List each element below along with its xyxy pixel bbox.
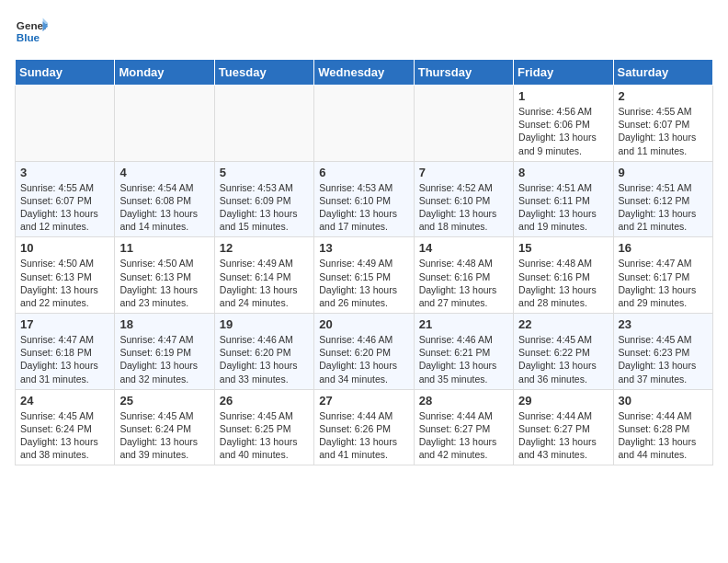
day-cell xyxy=(414,86,513,162)
day-cell: 5Sunrise: 4:53 AM Sunset: 6:09 PM Daylig… xyxy=(214,161,313,237)
day-info: Sunrise: 4:46 AM Sunset: 6:20 PM Dayligh… xyxy=(319,333,408,385)
day-number: 1 xyxy=(518,89,608,103)
day-info: Sunrise: 4:45 AM Sunset: 6:22 PM Dayligh… xyxy=(518,333,608,385)
day-info: Sunrise: 4:45 AM Sunset: 6:24 PM Dayligh… xyxy=(119,409,209,462)
header-cell-thursday: Thursday xyxy=(414,60,513,86)
day-info: Sunrise: 4:53 AM Sunset: 6:10 PM Dayligh… xyxy=(319,181,408,234)
day-number: 13 xyxy=(319,241,408,255)
day-cell: 15Sunrise: 4:48 AM Sunset: 6:16 PM Dayli… xyxy=(514,237,613,314)
day-number: 14 xyxy=(419,241,508,255)
week-row-5: 24Sunrise: 4:45 AM Sunset: 6:24 PM Dayli… xyxy=(16,389,713,465)
day-cell: 21Sunrise: 4:46 AM Sunset: 6:21 PM Dayli… xyxy=(414,314,513,390)
day-cell: 2Sunrise: 4:55 AM Sunset: 6:07 PM Daylig… xyxy=(613,86,712,162)
day-cell: 28Sunrise: 4:44 AM Sunset: 6:27 PM Dayli… xyxy=(414,389,513,465)
day-number: 16 xyxy=(619,241,708,255)
day-info: Sunrise: 4:47 AM Sunset: 6:19 PM Dayligh… xyxy=(119,333,209,385)
day-info: Sunrise: 4:45 AM Sunset: 6:25 PM Dayligh… xyxy=(220,409,309,462)
day-number: 9 xyxy=(619,166,708,179)
day-cell: 19Sunrise: 4:46 AM Sunset: 6:20 PM Dayli… xyxy=(214,314,313,390)
day-cell: 6Sunrise: 4:53 AM Sunset: 6:10 PM Daylig… xyxy=(314,161,414,237)
day-number: 4 xyxy=(119,166,209,179)
week-row-3: 10Sunrise: 4:50 AM Sunset: 6:13 PM Dayli… xyxy=(16,237,713,314)
header-cell-monday: Monday xyxy=(115,60,214,86)
day-info: Sunrise: 4:44 AM Sunset: 6:26 PM Dayligh… xyxy=(319,409,408,462)
week-row-4: 17Sunrise: 4:47 AM Sunset: 6:18 PM Dayli… xyxy=(16,314,713,390)
day-cell: 13Sunrise: 4:49 AM Sunset: 6:15 PM Dayli… xyxy=(314,237,414,314)
logo-icon: General Blue xyxy=(15,15,48,48)
day-cell: 25Sunrise: 4:45 AM Sunset: 6:24 PM Dayli… xyxy=(115,389,214,465)
header-cell-tuesday: Tuesday xyxy=(214,60,313,86)
day-info: Sunrise: 4:50 AM Sunset: 6:13 PM Dayligh… xyxy=(119,257,209,309)
day-info: Sunrise: 4:48 AM Sunset: 6:16 PM Dayligh… xyxy=(419,257,508,309)
day-cell: 17Sunrise: 4:47 AM Sunset: 6:18 PM Dayli… xyxy=(16,314,115,390)
day-number: 22 xyxy=(518,317,608,331)
day-number: 27 xyxy=(319,394,408,408)
day-number: 8 xyxy=(518,166,608,179)
day-cell: 22Sunrise: 4:45 AM Sunset: 6:22 PM Dayli… xyxy=(514,314,613,390)
day-info: Sunrise: 4:44 AM Sunset: 6:28 PM Dayligh… xyxy=(619,409,708,462)
day-number: 29 xyxy=(518,394,608,408)
day-cell: 8Sunrise: 4:51 AM Sunset: 6:11 PM Daylig… xyxy=(514,161,613,237)
day-number: 2 xyxy=(619,89,708,103)
day-number: 15 xyxy=(518,241,608,255)
day-cell xyxy=(314,86,414,162)
day-cell: 16Sunrise: 4:47 AM Sunset: 6:17 PM Dayli… xyxy=(613,237,712,314)
header-cell-saturday: Saturday xyxy=(613,60,712,86)
day-number: 26 xyxy=(220,394,309,408)
day-info: Sunrise: 4:51 AM Sunset: 6:12 PM Dayligh… xyxy=(619,181,708,234)
day-number: 18 xyxy=(119,317,209,331)
day-cell: 10Sunrise: 4:50 AM Sunset: 6:13 PM Dayli… xyxy=(16,237,115,314)
day-cell xyxy=(214,86,313,162)
day-number: 23 xyxy=(619,317,708,331)
header-cell-wednesday: Wednesday xyxy=(314,60,414,86)
day-number: 12 xyxy=(220,241,309,255)
day-cell: 23Sunrise: 4:45 AM Sunset: 6:23 PM Dayli… xyxy=(613,314,712,390)
day-cell: 3Sunrise: 4:55 AM Sunset: 6:07 PM Daylig… xyxy=(16,161,115,237)
day-info: Sunrise: 4:45 AM Sunset: 6:23 PM Dayligh… xyxy=(619,333,708,385)
day-cell: 14Sunrise: 4:48 AM Sunset: 6:16 PM Dayli… xyxy=(414,237,513,314)
day-info: Sunrise: 4:49 AM Sunset: 6:15 PM Dayligh… xyxy=(319,257,408,309)
day-info: Sunrise: 4:47 AM Sunset: 6:17 PM Dayligh… xyxy=(619,257,708,309)
week-row-2: 3Sunrise: 4:55 AM Sunset: 6:07 PM Daylig… xyxy=(16,161,713,237)
day-info: Sunrise: 4:48 AM Sunset: 6:16 PM Dayligh… xyxy=(518,257,608,309)
day-number: 30 xyxy=(619,394,708,408)
day-cell: 20Sunrise: 4:46 AM Sunset: 6:20 PM Dayli… xyxy=(314,314,414,390)
day-cell: 24Sunrise: 4:45 AM Sunset: 6:24 PM Dayli… xyxy=(16,389,115,465)
day-info: Sunrise: 4:55 AM Sunset: 6:07 PM Dayligh… xyxy=(20,181,109,234)
day-number: 10 xyxy=(20,241,109,255)
day-number: 3 xyxy=(20,166,109,179)
day-info: Sunrise: 4:51 AM Sunset: 6:11 PM Dayligh… xyxy=(518,181,608,234)
day-info: Sunrise: 4:49 AM Sunset: 6:14 PM Dayligh… xyxy=(220,257,309,309)
svg-text:Blue: Blue xyxy=(17,31,40,43)
day-number: 19 xyxy=(220,317,309,331)
day-number: 21 xyxy=(419,317,508,331)
day-info: Sunrise: 4:46 AM Sunset: 6:20 PM Dayligh… xyxy=(220,333,309,385)
day-info: Sunrise: 4:54 AM Sunset: 6:08 PM Dayligh… xyxy=(119,181,209,234)
day-info: Sunrise: 4:44 AM Sunset: 6:27 PM Dayligh… xyxy=(419,409,508,462)
day-info: Sunrise: 4:50 AM Sunset: 6:13 PM Dayligh… xyxy=(20,257,109,309)
calendar-table: SundayMondayTuesdayWednesdayThursdayFrid… xyxy=(15,59,713,465)
day-cell: 4Sunrise: 4:54 AM Sunset: 6:08 PM Daylig… xyxy=(115,161,214,237)
day-cell: 12Sunrise: 4:49 AM Sunset: 6:14 PM Dayli… xyxy=(214,237,313,314)
header-cell-friday: Friday xyxy=(514,60,613,86)
day-cell: 30Sunrise: 4:44 AM Sunset: 6:28 PM Dayli… xyxy=(613,389,712,465)
day-cell: 29Sunrise: 4:44 AM Sunset: 6:27 PM Dayli… xyxy=(514,389,613,465)
day-info: Sunrise: 4:53 AM Sunset: 6:09 PM Dayligh… xyxy=(220,181,309,234)
day-number: 11 xyxy=(119,241,209,255)
day-info: Sunrise: 4:45 AM Sunset: 6:24 PM Dayligh… xyxy=(20,409,109,462)
day-info: Sunrise: 4:56 AM Sunset: 6:06 PM Dayligh… xyxy=(518,105,608,157)
day-info: Sunrise: 4:55 AM Sunset: 6:07 PM Dayligh… xyxy=(619,105,708,157)
day-info: Sunrise: 4:47 AM Sunset: 6:18 PM Dayligh… xyxy=(20,333,109,385)
header-cell-sunday: Sunday xyxy=(16,60,115,86)
calendar-body: 1Sunrise: 4:56 AM Sunset: 6:06 PM Daylig… xyxy=(16,86,713,465)
header: General Blue xyxy=(15,15,713,48)
day-number: 6 xyxy=(319,166,408,179)
day-number: 25 xyxy=(119,394,209,408)
day-number: 24 xyxy=(20,394,109,408)
day-number: 20 xyxy=(319,317,408,331)
day-cell xyxy=(16,86,115,162)
header-row: SundayMondayTuesdayWednesdayThursdayFrid… xyxy=(16,60,713,86)
day-info: Sunrise: 4:44 AM Sunset: 6:27 PM Dayligh… xyxy=(518,409,608,462)
day-cell: 7Sunrise: 4:52 AM Sunset: 6:10 PM Daylig… xyxy=(414,161,513,237)
day-cell: 1Sunrise: 4:56 AM Sunset: 6:06 PM Daylig… xyxy=(514,86,613,162)
